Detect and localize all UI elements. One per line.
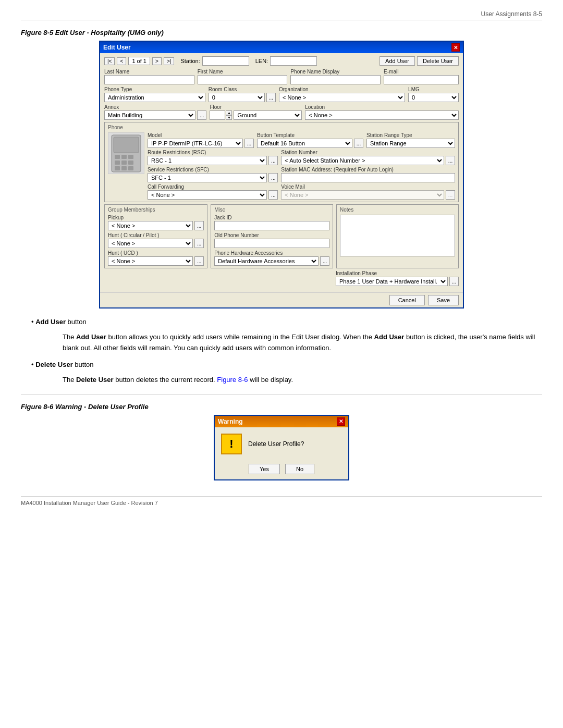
nav-next-button[interactable]: >: [152, 57, 162, 65]
len-input[interactable]: [270, 56, 317, 66]
dialog-titlebar: Edit User ✕: [100, 42, 463, 53]
bottom-sections: Group Memberships Pickup < None > ... Hu…: [104, 204, 459, 268]
svg-rect-10: [128, 166, 133, 170]
station-number-select[interactable]: < Auto Select Station Number >: [281, 156, 444, 165]
button-template-ellipsis[interactable]: ...: [354, 139, 363, 148]
phone-type-group: Phone Type Administration: [104, 87, 205, 102]
svg-rect-8: [115, 166, 120, 170]
call-forwarding-ellipsis[interactable]: ...: [268, 190, 278, 200]
delete-user-button[interactable]: Delete User: [417, 56, 459, 66]
voice-mail-group: Voice Mail < None > ...: [281, 184, 455, 200]
notes-textarea[interactable]: [340, 215, 455, 256]
phone-type-label: Phone Type: [104, 87, 205, 92]
nav-prev-button[interactable]: <: [117, 57, 126, 65]
floor-group: Floor 1 ▲ ▼ Ground: [210, 104, 302, 120]
delete-user-para1-end: will be display.: [248, 376, 293, 384]
group-memberships-box: Group Memberships Pickup < None > ... Hu…: [104, 204, 207, 268]
service-restrictions-label: Service Restrictions (SFC): [148, 167, 278, 172]
station-range-type-select[interactable]: Station Range: [366, 139, 455, 148]
add-user-button[interactable]: Add User: [380, 56, 415, 66]
cancel-button[interactable]: Cancel: [389, 295, 425, 305]
floor-number-input[interactable]: 1: [210, 110, 225, 120]
room-class-ellipsis[interactable]: ...: [266, 93, 276, 102]
figure5-caption-bold: Figure 8-5: [21, 29, 53, 36]
hunt-ucd-select[interactable]: < None >: [108, 256, 193, 266]
figure8-6-link[interactable]: Figure 8-6: [217, 376, 248, 384]
nav-last-button[interactable]: >|: [164, 57, 174, 65]
floor-spinner-down[interactable]: ▼: [226, 115, 232, 120]
station-mac-input[interactable]: [281, 173, 455, 182]
jack-id-label: Jack ID: [214, 215, 329, 220]
last-name-input[interactable]: [104, 75, 194, 84]
model-ellipsis[interactable]: ...: [244, 139, 254, 148]
add-user-para1-bold2: Add User: [374, 333, 405, 341]
station-input[interactable]: [202, 56, 249, 66]
delete-user-bullet: Delete User button: [31, 360, 542, 371]
nav-first-button[interactable]: |<: [104, 57, 115, 65]
floor-label: Floor: [210, 104, 302, 110]
len-label: LEN:: [255, 58, 268, 64]
phone-row4: Call Forwarding < None > ... Voice Mail: [148, 184, 455, 200]
installation-phase-group: Installation Phase Phase 1 User Data + H…: [336, 270, 459, 286]
old-phone-input[interactable]: [214, 239, 329, 248]
pickup-select[interactable]: < None >: [108, 221, 193, 230]
warning-yes-button[interactable]: Yes: [249, 464, 280, 474]
save-button[interactable]: Save: [428, 295, 459, 305]
figure6-caption-text: Warning - Delete User Profile: [53, 403, 149, 411]
model-select[interactable]: IP P-P DtermIP (ITR-LC-16): [148, 139, 243, 148]
station-number-group: Station Number < Auto Select Station Num…: [281, 150, 455, 165]
warning-no-button[interactable]: No: [285, 464, 314, 474]
service-restrictions-select[interactable]: SFC - 1: [148, 173, 267, 182]
installation-phase-ellipsis[interactable]: ...: [449, 277, 459, 286]
figure6-caption-bold: Figure 8-6: [21, 403, 53, 411]
installation-phase-select[interactable]: Phase 1 User Data + Hardware Install.: [336, 277, 448, 286]
last-name-label: Last Name: [104, 69, 194, 75]
warning-close-button[interactable]: ✕: [337, 417, 345, 426]
annex-ellipsis[interactable]: ...: [197, 110, 206, 120]
org-label: Organization: [279, 87, 405, 92]
delete-user-heading: Delete User: [35, 361, 73, 368]
delete-user-para1-mid: button deletes the current record.: [114, 376, 217, 384]
add-user-para1-pre: The: [63, 333, 76, 341]
dialog-close-button[interactable]: ✕: [451, 43, 460, 52]
location-select[interactable]: < None >: [305, 110, 459, 120]
route-restrictions-ellipsis[interactable]: ...: [268, 156, 278, 165]
floor-name-select[interactable]: Ground: [234, 110, 302, 120]
phone-fields: Model IP P-P DtermIP (ITR-LC-16) ... But…: [148, 132, 455, 200]
page-header: User Assignments 8-5: [21, 10, 542, 20]
service-restrictions-ellipsis[interactable]: ...: [268, 173, 278, 182]
route-restrictions-select[interactable]: RSC - 1: [148, 156, 267, 165]
annex-select[interactable]: Main Building: [104, 110, 195, 120]
email-label: E-mail: [384, 69, 459, 75]
hunt-circular-select[interactable]: < None >: [108, 239, 193, 248]
location-group: Location < None >: [305, 104, 459, 120]
pickup-ellipsis[interactable]: ...: [194, 221, 204, 230]
first-name-input[interactable]: [198, 75, 288, 84]
email-input[interactable]: [384, 75, 459, 84]
call-forwarding-select[interactable]: < None >: [148, 190, 267, 200]
org-select[interactable]: < None >: [279, 93, 405, 102]
notes-title: Notes: [340, 207, 455, 213]
phone-name-input[interactable]: [290, 75, 381, 84]
phone-hw-select[interactable]: Default Hardware Accessories: [214, 256, 319, 266]
phone-hw-ellipsis[interactable]: ...: [320, 256, 329, 266]
room-class-select[interactable]: 0: [209, 93, 265, 102]
hunt-ucd-ellipsis[interactable]: ...: [194, 256, 204, 266]
floor-spinner-up[interactable]: ▲: [226, 110, 232, 115]
station-number-ellipsis[interactable]: ...: [446, 156, 455, 165]
warning-icon: !: [221, 434, 242, 454]
lmg-select[interactable]: 0: [408, 93, 459, 102]
phone-type-select[interactable]: Administration: [104, 93, 205, 102]
voice-mail-label: Voice Mail: [281, 184, 455, 190]
model-group: Model IP P-P DtermIP (ITR-LC-16) ...: [148, 132, 254, 148]
email-group: E-mail: [384, 69, 459, 84]
phone-section: Phone: [104, 122, 459, 202]
service-restrictions-group: Service Restrictions (SFC) SFC - 1 ...: [148, 167, 278, 182]
button-template-select[interactable]: Default 16 Button: [257, 139, 352, 148]
warning-exclamation: !: [229, 437, 233, 451]
hunt-circular-ellipsis[interactable]: ...: [194, 239, 204, 248]
floor-spinner: 1 ▲ ▼: [210, 110, 232, 120]
body-section: Add User button The Add User button allo…: [21, 317, 542, 386]
button-template-group: Button Template Default 16 Button ...: [257, 132, 363, 148]
jack-id-input[interactable]: [214, 221, 329, 230]
